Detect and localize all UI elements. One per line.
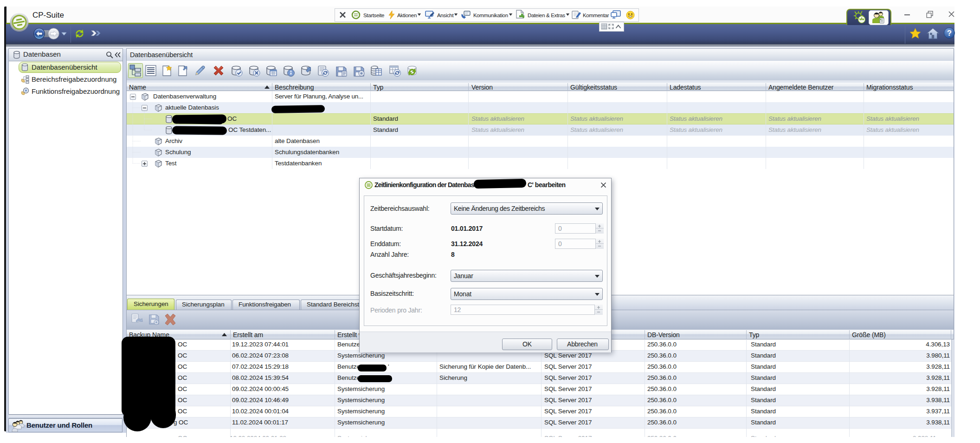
svg-text:?: ?: [947, 29, 952, 37]
